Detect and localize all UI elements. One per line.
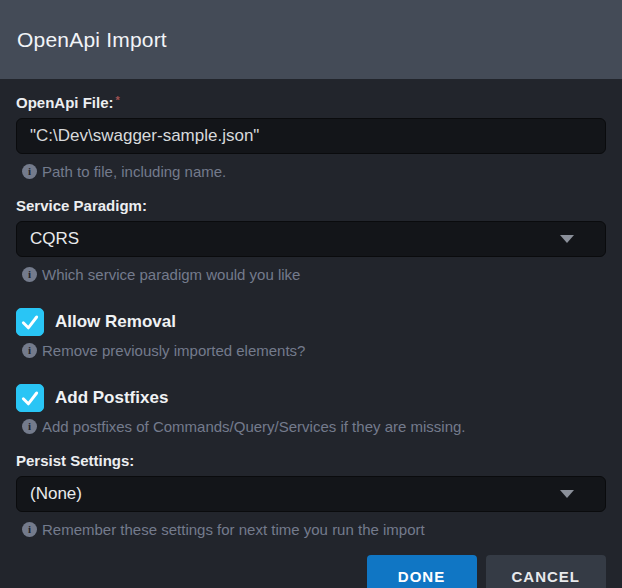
field-add-postfixes: Add Postfixes i Add postfixes of Command… [16,384,606,435]
add-postfixes-checkbox[interactable] [16,384,44,412]
openapi-file-helper: i Path to file, including name. [16,163,606,180]
add-postfixes-helper: i Add postfixes of Commands/Query/Servic… [16,418,606,435]
helper-text: Add postfixes of Commands/Query/Services… [42,418,466,435]
info-icon: i [22,419,37,434]
allow-removal-helper: i Remove previously imported elements? [16,342,606,359]
add-postfixes-label[interactable]: Add Postfixes [55,388,168,408]
allow-removal-checkbox[interactable] [16,308,44,336]
info-icon: i [22,522,37,537]
required-asterisk: * [116,94,120,106]
dialog-footer: DONE CANCEL [0,555,622,588]
persist-settings-label: Persist Settings: [16,452,606,469]
helper-text: Path to file, including name. [42,163,226,180]
service-paradigm-select[interactable]: CQRS [16,221,606,257]
info-icon: i [22,343,37,358]
field-service-paradigm: Service Paradigm: CQRS i Which service p… [16,197,606,283]
checkmark-icon [20,388,40,408]
allow-removal-label[interactable]: Allow Removal [55,312,176,332]
helper-text: Which service paradigm would you like [42,266,300,283]
info-icon: i [22,164,37,179]
dialog-body: OpenApi File:* i Path to file, including… [0,79,622,555]
selected-value: CQRS [30,229,79,249]
allow-removal-row: Allow Removal [16,308,606,336]
done-button[interactable]: DONE [367,555,477,588]
openapi-file-label: OpenApi File:* [16,94,606,111]
chevron-down-icon [560,490,574,498]
openapi-import-dialog: OpenApi Import OpenApi File:* i Path to … [0,0,622,588]
service-paradigm-label: Service Paradigm: [16,197,606,214]
chevron-down-icon [560,235,574,243]
checkmark-icon [20,312,40,332]
field-openapi-file: OpenApi File:* i Path to file, including… [16,94,606,180]
helper-text: Remember these settings for next time yo… [42,521,425,538]
info-icon: i [22,267,37,282]
cancel-button[interactable]: CANCEL [486,555,607,588]
field-allow-removal: Allow Removal i Remove previously import… [16,308,606,359]
persist-settings-helper: i Remember these settings for next time … [16,521,606,538]
openapi-file-input[interactable] [16,118,606,154]
field-persist-settings: Persist Settings: (None) i Remember thes… [16,452,606,538]
selected-value: (None) [30,484,82,504]
helper-text: Remove previously imported elements? [42,342,305,359]
dialog-title: OpenApi Import [17,28,167,52]
persist-settings-select[interactable]: (None) [16,476,606,512]
dialog-header: OpenApi Import [0,0,622,79]
add-postfixes-row: Add Postfixes [16,384,606,412]
service-paradigm-helper: i Which service paradigm would you like [16,266,606,283]
